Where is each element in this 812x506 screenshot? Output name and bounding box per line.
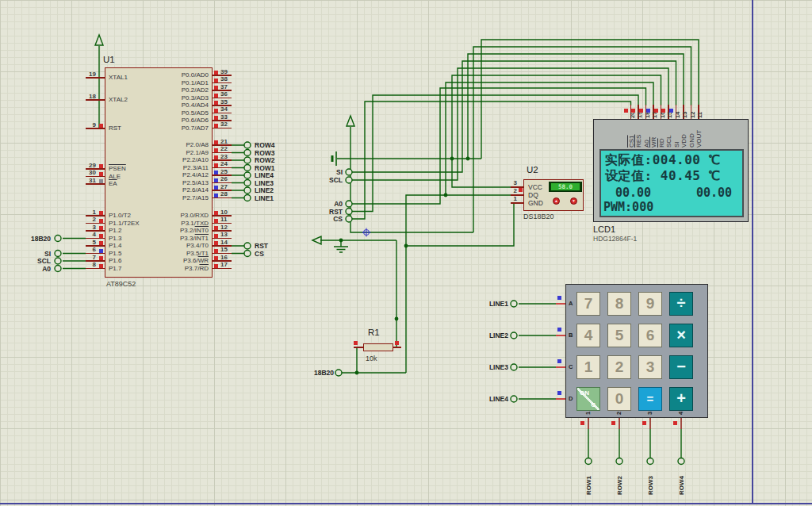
terminal-line2: [244, 187, 251, 194]
net-label-cs: CS: [255, 250, 264, 258]
wire-u2-gnd: [406, 203, 514, 246]
lcd-pin-name: GND: [688, 133, 695, 148]
keypad-row-state-square: [673, 421, 677, 425]
keypad-row-stubs: [588, 418, 681, 429]
u1-pin-number: 5: [82, 239, 96, 246]
net-label-line3-kp: LINE3: [469, 363, 508, 371]
key-−[interactable]: −: [669, 355, 693, 379]
keypad-col-label-2: 2: [616, 412, 622, 415]
u1-pin-name: P0.2/AD2: [131, 86, 209, 94]
origin-marker-icon: [362, 228, 371, 237]
terminal-line3-kp: [511, 364, 517, 370]
key-×[interactable]: ×: [669, 324, 693, 347]
u1-pin-name: P0.1/AD1: [131, 79, 209, 86]
pin-state-square: [214, 234, 218, 238]
terminal-a0-left: [55, 266, 61, 272]
keypad-row-label-b: B: [569, 332, 573, 339]
pin-state-square: [214, 79, 218, 82]
pin-state-square: [214, 186, 218, 190]
pin-state-square: [661, 109, 665, 113]
terminal-rst-mid: [346, 209, 352, 215]
u1-pin-name: XTAL2: [109, 96, 128, 103]
pin-state-square: [214, 124, 218, 128]
u1-pin-number: 2: [82, 216, 96, 223]
u1-pin-name: P3.7/RD: [131, 265, 209, 272]
u2-increment-button[interactable]: ▲: [553, 197, 560, 205]
u1-ref: U1: [103, 55, 115, 64]
r1-value: 10k: [366, 355, 377, 362]
u1-pin-name: P1.2: [109, 227, 121, 234]
pin-state-square: [214, 264, 218, 268]
u1-pin-number: 30: [82, 169, 96, 176]
u2-ref: U2: [527, 165, 538, 174]
key-=[interactable]: =: [638, 387, 662, 411]
lcd-pin-name: VDD: [680, 134, 688, 148]
key-on-c[interactable]: ONC: [576, 387, 600, 411]
u1-pin-number: 4: [82, 231, 96, 238]
terminal-row2: [244, 157, 251, 163]
lcd-pin-name: SCL: [665, 135, 672, 148]
u1-pin-name: P3.1/TXD: [131, 220, 209, 227]
key-9[interactable]: 9: [638, 292, 662, 316]
net-label-line4-kp: LINE4: [469, 395, 508, 403]
key-5[interactable]: 5: [607, 324, 631, 347]
net-label-mid-a0: A0: [303, 200, 343, 208]
keypad-row-state-square: [580, 421, 584, 425]
terminal-cs-right: [244, 251, 251, 257]
r1-resistor-body[interactable]: [363, 343, 393, 351]
u1-pin-number: 33: [220, 113, 234, 121]
schematic-canvas: U1 AT89C52 U2 DS18B20 58.0 ▲ ▼ R1 10k 18…: [0, 0, 812, 506]
pin-state-square: [214, 101, 218, 105]
pin-state-square: [646, 109, 650, 113]
lcd-ref: LCD1: [593, 224, 615, 234]
u1-pin-name: P3.4/T0: [131, 242, 209, 249]
pin-state-square: [214, 140, 218, 144]
u1-pin-stub: [86, 128, 105, 128]
key-÷[interactable]: ÷: [669, 292, 693, 316]
terminal-cs-mid: [346, 216, 352, 222]
u2-pin-number: 2: [508, 187, 517, 194]
u1-pin-number: 9: [82, 121, 96, 128]
r1-pin-stub: [393, 347, 401, 348]
key-3[interactable]: 3: [638, 355, 662, 379]
wire-keypad-lines: [519, 304, 556, 399]
net-label-line4: LINE4: [255, 171, 274, 179]
u1-pin-number: 12: [220, 224, 234, 231]
u1-part: AT89C52: [106, 280, 136, 288]
key-8[interactable]: 8: [607, 292, 631, 316]
u2-pin-stub: [511, 202, 523, 204]
pin-state-square: [214, 211, 218, 215]
u2-decrement-button[interactable]: ▼: [570, 197, 577, 205]
key-2[interactable]: 2: [607, 355, 631, 379]
key-4[interactable]: 4: [576, 324, 600, 347]
key-+[interactable]: +: [669, 387, 693, 411]
key-0[interactable]: 0: [607, 387, 631, 411]
net-label-row2-kp: ROW2: [616, 476, 624, 495]
net-label-mid-si: SI: [303, 168, 343, 176]
u1-pin-stub: [86, 183, 105, 184]
u2-part: DS18B20: [523, 213, 554, 220]
pin-state-square: [99, 249, 103, 253]
key-1[interactable]: 1: [576, 355, 600, 379]
net-label-mid-rst: RST: [303, 208, 343, 216]
pin-state-square: [99, 241, 103, 245]
terminal-row3-kp: [647, 458, 653, 465]
net-label-line1: LINE1: [255, 194, 274, 202]
net-label-18b20: 18B20: [295, 369, 334, 377]
key-6[interactable]: 6: [638, 324, 662, 347]
u1-pin-name: P0.4/AD4: [131, 102, 209, 109]
pin-state-square: [639, 109, 643, 113]
key-7[interactable]: 7: [576, 292, 600, 316]
net-label-scl: SCL: [10, 257, 51, 265]
net-label-mid-cs: CS: [303, 215, 343, 223]
u1-pin-number: 1: [82, 209, 96, 216]
u1-pin-stub: [86, 77, 105, 78]
u1-pin-number: 18: [82, 93, 96, 100]
u1-pin-stub: [86, 268, 105, 269]
u1-pin-stub: [213, 268, 232, 269]
lcd-line3-left: 00.00: [615, 186, 651, 200]
u1-pin-number: 14: [220, 239, 234, 246]
u2-pin-name: DQ: [528, 192, 538, 199]
u1-pin-name: P2.4/A12: [131, 171, 209, 178]
terminal-18b20: [55, 236, 61, 242]
